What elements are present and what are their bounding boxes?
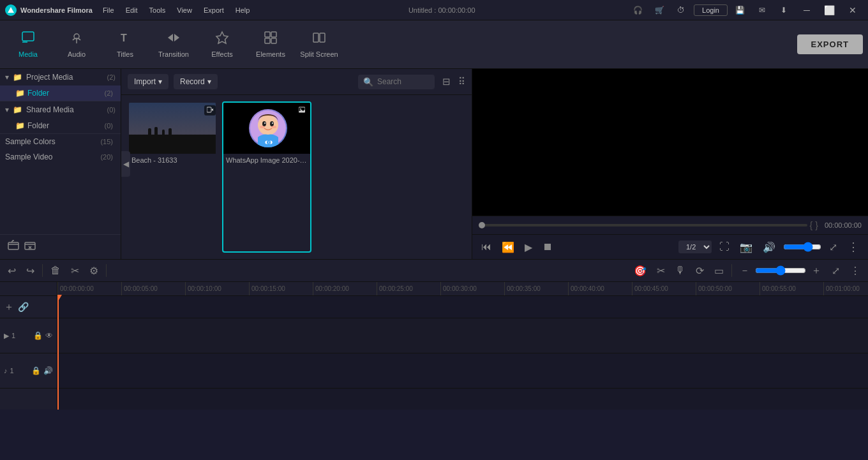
ai-cutout-button[interactable]: ✂ [654,263,668,278]
filter-icon[interactable]: ⊟ [442,76,451,87]
more-button[interactable]: ⋮ [845,239,862,255]
more-tools-button[interactable]: ⋮ [848,263,863,278]
step-back-button[interactable]: ⏮ [479,240,494,254]
undo-button[interactable]: ↩ [5,263,19,278]
headphones-icon[interactable]: 🎧 [629,1,647,19]
ruler-mark-4: 00:00:20:00 [313,282,377,295]
menu-edit[interactable]: Edit [121,5,143,15]
sidebar-group-project-media[interactable]: ▾ 📁 Project Media (2) [0,69,121,85]
timeline-tracks-area: 00:00:00:00 00:00:05:00 00:00:10:00 00:0… [57,282,868,410]
playhead[interactable] [57,296,59,410]
import-button[interactable]: Import ▾ [128,74,168,89]
frame-back-button[interactable]: ⏪ [499,240,517,255]
tool-transition[interactable]: Transition [151,23,197,66]
ruler-mark-6: 00:00:30:00 [440,282,504,295]
toolbar-separator-3 [731,264,732,277]
voice-detect-button[interactable]: 🎙 [673,263,688,278]
redo-button[interactable]: ↪ [24,263,37,278]
mail-icon[interactable]: ✉ [753,1,771,19]
media-item-whatsapp[interactable]: ◐◑ WhatsApp Image 2020-1... [222,101,311,253]
download-icon[interactable]: ⬇ [775,1,793,19]
ruler-marks: 00:00:00:00 00:00:05:00 00:00:10:00 00:0… [57,282,868,295]
svg-point-33 [271,126,276,128]
zoom-in-button[interactable]: ＋ [809,263,824,279]
tool-titles[interactable]: T Titles [102,23,148,66]
volume-button[interactable]: 🔊 [760,240,778,255]
sidebar-section-shared-media: ▾ 📁 Shared Media (0) 📁 Folder (0) [0,101,121,134]
sidebar-item-sample-colors[interactable]: Sample Colors (15) [0,134,121,149]
video-lock-icon[interactable]: 🔒 [33,331,43,340]
splitscreen-icon [312,31,326,48]
tool-splitscreen[interactable]: Split Screen [296,23,342,66]
sidebar-collapse-button[interactable]: ◀ [121,151,130,177]
delete-button[interactable]: 🗑 [48,263,63,278]
auto-reframe-button[interactable]: ⟳ [693,263,707,278]
close-button[interactable]: ✕ [842,1,863,19]
menu-tools[interactable]: Tools [144,5,171,15]
caption-button[interactable]: ▭ [712,263,726,278]
tool-transition-label: Transition [158,50,189,58]
maximize-button[interactable]: ⬜ [819,1,840,19]
tool-elements[interactable]: Elements [248,23,294,66]
sidebar-group-shared-media[interactable]: ▾ 📁 Shared Media (0) [0,101,121,118]
transition-icon [167,31,181,48]
volume-slider[interactable] [783,242,821,252]
menu-help[interactable]: Help [230,5,255,15]
sidebar-item-shared-folder[interactable]: 📁 Folder (0) [0,118,121,133]
export-button[interactable]: EXPORT [797,34,863,54]
clock-icon[interactable]: ⏱ [672,1,690,19]
menu-export[interactable]: Export [198,5,229,15]
preview-ratio-selector: 1/2 1/1 1/4 [678,241,712,253]
sidebar-item-folder[interactable]: 📁 Folder (2) [0,85,121,101]
stop-button[interactable]: ⏹ [540,240,555,254]
sidebar-item-sample-video[interactable]: Sample Video (20) [0,149,121,165]
sidebar-footer [0,234,121,259]
expand-button[interactable]: ⤢ [827,240,840,255]
fit-button[interactable]: ⤢ [829,263,842,278]
preview-time-display: 00:00:00:00 [825,221,862,229]
svg-point-30 [264,122,266,124]
ruler-mark-11: 00:00:55:00 [760,282,823,295]
tool-media-label: Media [19,50,38,58]
svg-text:T: T [121,33,127,43]
audio-lock-icon[interactable]: 🔒 [31,366,41,375]
bracket-open-icon: { [810,220,813,230]
zoom-out-button[interactable]: － [737,263,752,279]
tool-audio[interactable]: Audio [54,23,100,66]
app-logo: Wondershare Filmora [5,4,93,16]
menu-file[interactable]: File [98,5,119,15]
audio-volume-icon[interactable]: 🔊 [43,366,53,375]
minimize-button[interactable]: ─ [797,1,817,19]
fullscreen-button[interactable]: ⛶ [717,240,732,254]
search-input[interactable] [377,77,428,86]
screenshot-button[interactable]: 📷 [737,240,755,255]
media-grid: Beach - 31633 [121,95,472,259]
timeline-ruler[interactable]: 00:00:00:00 00:00:05:00 00:00:10:00 00:0… [57,282,868,296]
add-folder-button[interactable] [8,240,19,254]
svg-point-37 [300,108,301,110]
login-button[interactable]: Login [694,4,728,16]
tool-effects[interactable]: Effects [199,23,245,66]
menu-view[interactable]: View [172,5,197,15]
play-button[interactable]: ▶ [522,240,535,255]
save-icon[interactable]: 💾 [731,1,749,19]
motion-track-button[interactable]: 🎯 [631,263,649,278]
preview-progress-bar[interactable] [479,224,807,226]
record-button[interactable]: Record ▾ [174,74,218,89]
folder-icon-3: 📁 [15,121,25,130]
zoom-slider[interactable] [755,265,806,276]
svg-point-29 [270,121,274,126]
grid-view-icon[interactable]: ⠿ [458,76,465,87]
ratio-select[interactable]: 1/2 1/1 1/4 [678,241,712,253]
remove-folder-button[interactable] [24,240,36,254]
link-button[interactable]: 🔗 [18,302,29,312]
cut-button[interactable]: ✂ [68,263,82,278]
video-eye-icon[interactable]: 👁 [45,331,53,340]
record-chevron-icon: ▾ [207,77,211,86]
cart-icon[interactable]: 🛒 [650,1,668,19]
add-media-button[interactable]: ＋ [4,300,14,314]
media-item-beach[interactable]: Beach - 31633 [128,101,217,253]
tool-media[interactable]: Media [5,23,51,66]
search-icon: 🔍 [363,77,373,87]
adjust-button[interactable]: ⚙ [87,263,101,278]
